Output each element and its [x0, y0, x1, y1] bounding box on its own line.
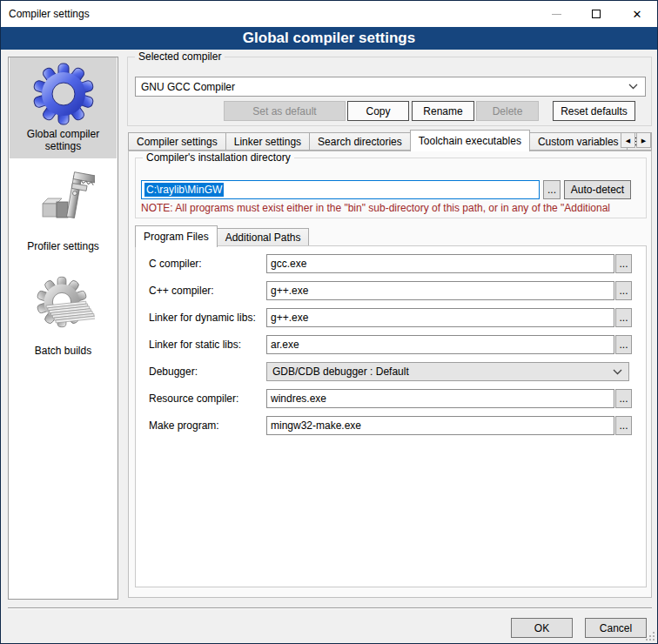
settings-tabstrip: Compiler settings Linker settings Search…	[128, 130, 652, 151]
field-label: C++ compiler:	[149, 285, 214, 297]
browse-button[interactable]: ...	[615, 389, 632, 408]
selected-compiler-groupbox: Selected compiler GNU GCC Compiler Set a…	[127, 57, 652, 126]
browse-button[interactable]: ...	[615, 254, 632, 273]
program-row: Debugger: GDB/CDB debugger : Default	[136, 362, 646, 383]
sidebar-item-batch-builds[interactable]: Batch builds	[10, 272, 117, 357]
auto-detect-button[interactable]: Auto-detect	[564, 180, 631, 199]
bin-subdirectory-note: NOTE: All programs must exist either in …	[141, 202, 644, 214]
close-button[interactable]: ✕	[617, 1, 657, 27]
dialog-header: Global compiler settings	[1, 27, 657, 50]
browse-button[interactable]: ...	[615, 335, 632, 354]
settings-sidebar: Global compiler settings	[8, 57, 118, 600]
rename-button[interactable]: Rename	[412, 101, 474, 121]
browse-directory-button[interactable]: ...	[543, 180, 561, 199]
ok-button[interactable]: OK	[511, 618, 573, 638]
dynamic-linker-input[interactable]	[266, 308, 614, 327]
program-row: Resource compiler: ...	[136, 389, 646, 410]
page-title: Global compiler settings	[243, 30, 415, 47]
chevron-down-icon	[613, 369, 622, 375]
tab-scroll-left-button[interactable]: ◀	[621, 132, 635, 148]
sidebar-item-label: Batch builds	[10, 345, 117, 357]
maximize-icon	[592, 10, 601, 18]
static-linker-input[interactable]	[266, 335, 614, 354]
sidebar-item-label: Global compiler settings	[10, 128, 117, 152]
tab-toolchain-executables[interactable]: Toolchain executables	[410, 130, 530, 151]
field-label: Make program:	[149, 419, 219, 432]
delete-button[interactable]: Delete	[476, 101, 539, 121]
tab-scroll-right-button[interactable]: ▶	[636, 132, 651, 148]
copy-button[interactable]: Copy	[347, 101, 409, 121]
set-as-default-button[interactable]: Set as default	[224, 101, 346, 121]
program-row: Make program: ...	[136, 416, 646, 437]
tab-linker-settings[interactable]: Linker settings	[225, 132, 310, 151]
sidebar-item-label: Profiler settings	[10, 240, 117, 252]
browse-button[interactable]: ...	[615, 416, 632, 435]
field-label: Debugger:	[149, 366, 198, 378]
compiler-settings-dialog: Compiler settings ✕ Global compiler sett…	[0, 0, 658, 644]
chevron-down-icon	[628, 84, 638, 90]
reset-defaults-button[interactable]: Reset defaults	[553, 101, 635, 121]
c-compiler-input[interactable]	[266, 254, 614, 273]
minimize-icon	[552, 14, 561, 15]
debugger-select-value: GDB/CDB debugger : Default	[267, 366, 613, 378]
program-row: C++ compiler: ...	[136, 281, 646, 302]
program-row: C compiler: ...	[136, 254, 646, 275]
sidebar-item-global-compiler-settings[interactable]: Global compiler settings	[10, 57, 117, 158]
resource-compiler-input[interactable]	[266, 389, 614, 408]
program-row: Linker for static libs: ...	[136, 335, 646, 356]
program-files-panel: C compiler: ... C++ compiler: ... Linker…	[135, 245, 647, 587]
field-label: C compiler:	[149, 258, 202, 270]
cpp-compiler-input[interactable]	[266, 281, 614, 300]
program-files-tabstrip: Program Files Additional Paths	[135, 225, 309, 246]
titlebar[interactable]: Compiler settings ✕	[1, 1, 657, 27]
compiler-select[interactable]: GNU GCC Compiler	[135, 77, 646, 97]
debugger-select[interactable]: GDB/CDB debugger : Default	[266, 362, 629, 381]
groupbox-legend: Selected compiler	[135, 50, 225, 63]
scroll-left-icon: ◀	[626, 138, 630, 144]
compiler-select-value: GNU GCC Compiler	[136, 81, 628, 93]
caliper-icon	[32, 167, 95, 230]
blue-gear-icon	[31, 62, 96, 126]
tab-program-files[interactable]: Program Files	[135, 225, 218, 247]
resize-grip[interactable]	[645, 631, 655, 641]
footer-divider	[8, 607, 652, 609]
selected-path-text: C:\raylib\MinGW	[144, 183, 224, 197]
maximize-button[interactable]	[576, 1, 616, 27]
window-title: Compiler settings	[9, 8, 90, 20]
tab-additional-paths[interactable]: Additional Paths	[217, 228, 310, 246]
field-label: Linker for dynamic libs:	[149, 312, 256, 324]
program-row: Linker for dynamic libs: ...	[136, 308, 646, 329]
browse-button[interactable]: ...	[615, 281, 632, 300]
scroll-right-icon: ▶	[641, 138, 646, 144]
tab-search-directories[interactable]: Search directories	[309, 132, 411, 151]
tab-custom-variables[interactable]: Custom variables	[529, 132, 628, 151]
browse-button[interactable]: ...	[615, 308, 632, 327]
sidebar-item-profiler-settings[interactable]: Profiler settings	[10, 164, 117, 252]
groupbox-legend: Compiler's installation directory	[143, 151, 294, 164]
close-icon: ✕	[633, 9, 642, 20]
field-label: Resource compiler:	[149, 392, 238, 405]
installation-directory-input[interactable]: C:\raylib\MinGW	[141, 180, 540, 199]
toolchain-executables-panel: Compiler's installation directory C:\ray…	[128, 151, 652, 598]
make-program-input[interactable]	[266, 416, 614, 435]
cancel-button[interactable]: Cancel	[585, 618, 647, 638]
gray-gear-stack-icon	[32, 276, 95, 339]
field-label: Linker for static libs:	[149, 339, 241, 351]
tab-compiler-settings[interactable]: Compiler settings	[128, 132, 226, 151]
minimize-button[interactable]	[536, 1, 576, 27]
